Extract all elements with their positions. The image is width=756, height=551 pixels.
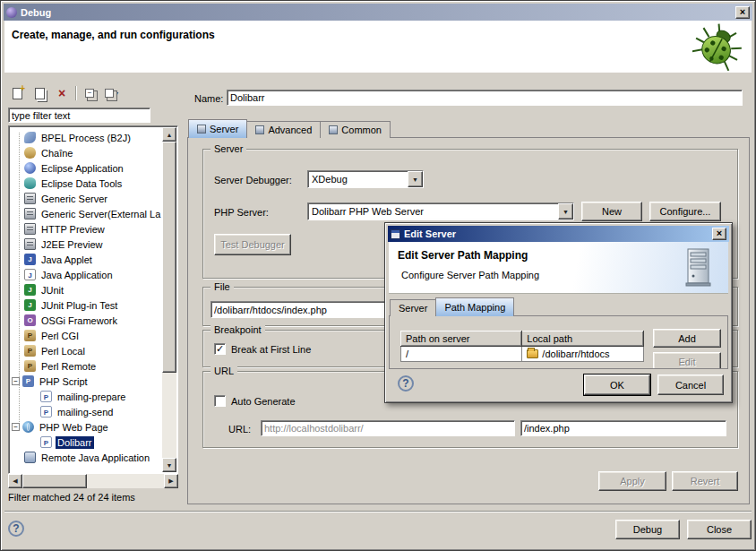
collapse-all-button[interactable]: − [81, 85, 99, 101]
horizontal-scroll-thumb[interactable] [22, 474, 87, 488]
tree-vertical-scrollbar[interactable]: ▲ ▼ [162, 127, 176, 472]
table-row[interactable]: / /dolibarr/htdocs [401, 347, 644, 362]
tree-item-generic-server-external[interactable]: Generic Server(External La [10, 206, 163, 221]
duplicate-icon [35, 88, 45, 99]
apply-button[interactable]: Apply [598, 471, 666, 491]
tree-item-eclipse-application[interactable]: Eclipse Application [10, 160, 163, 176]
new-configuration-button[interactable]: + [8, 85, 26, 101]
break-at-first-line-label: Break at First Line [231, 344, 311, 355]
column-header-path-on-server[interactable]: Path on server [401, 331, 522, 347]
php-file-icon [40, 391, 52, 402]
configurations-tree: BPEL Process (B2J) Chaîne Eclipse Applic… [8, 125, 178, 474]
name-input[interactable] [227, 90, 743, 106]
server-icon [24, 208, 36, 220]
vertical-scroll-thumb[interactable] [162, 142, 176, 373]
scroll-left-button[interactable]: ◀ [8, 474, 22, 488]
dialog-tab-server[interactable]: Server [390, 299, 436, 316]
tree-item-perl-local[interactable]: Perl Local [10, 343, 163, 358]
window-close-button[interactable]: × [735, 6, 750, 19]
tree-item-generic-server[interactable]: Generic Server [10, 191, 163, 206]
tree-item-perl-remote[interactable]: Perl Remote [10, 358, 163, 374]
tree-item-junit-plugin-test[interactable]: JUnit Plug-in Test [10, 297, 163, 313]
collapse-all-icon: − [85, 89, 94, 98]
dialog-help-button[interactable]: ? [398, 375, 414, 392]
tree-item-php-web-page[interactable]: −PHP Web Page [10, 419, 163, 435]
filter-input[interactable] [8, 108, 150, 123]
tab-common[interactable]: Common [320, 121, 391, 138]
chain-icon [24, 147, 36, 159]
auto-generate-checkbox[interactable] [214, 395, 226, 407]
osgi-icon [24, 314, 36, 326]
filter-icon [105, 89, 114, 98]
junit-plugin-icon [24, 299, 36, 311]
url-path-input[interactable] [520, 420, 726, 436]
tree-item-php-script[interactable]: −PHP Script [10, 374, 163, 389]
tree-item-dolibarr[interactable]: Dolibarr [10, 435, 163, 450]
add-button[interactable]: Add [653, 329, 721, 348]
tree-item-perl-cgi[interactable]: Perl CGI [10, 328, 163, 343]
server-debugger-label: Server Debugger: [214, 175, 292, 185]
scroll-down-button[interactable]: ▼ [162, 458, 176, 472]
edit-button[interactable]: Edit [653, 352, 721, 369]
url-label: URL: [228, 424, 251, 435]
server-icon [24, 238, 36, 250]
path-mapping-table: Path on server Local path / /dolibarr/ht… [400, 331, 644, 362]
tree-item-remote-java-application[interactable]: Remote Java Application [10, 450, 163, 465]
delete-configuration-button[interactable]: × [53, 85, 71, 101]
server-icon [24, 223, 36, 235]
dialog-close-button[interactable]: × [712, 228, 726, 240]
tree-item-java-applet[interactable]: Java Applet [10, 252, 163, 267]
tree-item-http-preview[interactable]: HTTP Preview [10, 221, 163, 237]
dialog-tab-path-mapping[interactable]: Path Mapping [435, 297, 514, 316]
help-button[interactable]: ? [8, 521, 24, 537]
tree-item-mailing-send[interactable]: mailing-send [10, 404, 163, 419]
tree-item-j2ee-preview[interactable]: J2EE Preview [10, 237, 163, 252]
php-server-combo[interactable]: Dolibarr PHP Web Server ▼ [307, 202, 574, 220]
server-debugger-combo[interactable]: XDebug ▼ [307, 170, 424, 188]
combo-dropdown-icon[interactable]: ▼ [558, 203, 573, 220]
tree-item-bpel-process[interactable]: BPEL Process (B2J) [10, 130, 163, 145]
dialog-button-bar: ? OK Cancel [389, 369, 728, 400]
server-group-label: Server [210, 143, 246, 154]
tab-advanced[interactable]: Advanced [246, 121, 321, 138]
debug-window: Debug × Create, manage, and run configur… [0, 0, 756, 551]
collapse-expander-icon[interactable]: − [12, 377, 20, 385]
new-server-button[interactable]: New [581, 202, 642, 221]
window-title: Debug [21, 7, 732, 18]
scroll-right-button[interactable]: ▶ [164, 474, 178, 488]
scroll-up-button[interactable]: ▲ [162, 127, 176, 142]
tree-item-java-application[interactable]: Java Application [10, 267, 163, 282]
window-titlebar[interactable]: Debug × [4, 4, 752, 21]
tree-item-junit[interactable]: JUnit [10, 282, 163, 297]
php-file-icon [40, 406, 52, 418]
combo-dropdown-icon[interactable]: ▼ [408, 171, 423, 187]
url-base-input[interactable] [261, 420, 515, 436]
break-at-first-line-checkbox[interactable]: ✓ [214, 343, 226, 355]
cancel-button[interactable]: Cancel [657, 375, 724, 395]
dialog-title: Edit Server [404, 228, 709, 239]
toolbar-separator [75, 86, 76, 100]
delete-icon: × [58, 87, 65, 99]
break-at-first-line-row: ✓ Break at First Line [214, 343, 311, 355]
close-button[interactable]: Close [687, 520, 752, 539]
local-path-cell[interactable]: /dolibarr/htdocs [522, 347, 644, 362]
tree-item-eclipse-data-tools[interactable]: Eclipse Data Tools [10, 176, 163, 191]
perl-icon [24, 360, 36, 372]
auto-generate-label: Auto Generate [231, 396, 296, 407]
dialog-titlebar[interactable]: Edit Server × [388, 226, 729, 242]
tree-item-chaine[interactable]: Chaîne [10, 145, 163, 160]
tree-item-mailing-prepare[interactable]: mailing-prepare [10, 389, 163, 404]
debug-button[interactable]: Debug [615, 520, 680, 539]
ok-button[interactable]: OK [584, 375, 650, 395]
path-on-server-cell[interactable]: / [401, 347, 522, 362]
column-header-local-path[interactable]: Local path [522, 331, 644, 347]
configure-button[interactable]: Configure... [649, 202, 721, 221]
test-debugger-button[interactable]: Test Debugger [214, 234, 291, 255]
tree-item-osgi-framework[interactable]: OSGi Framework [10, 313, 163, 328]
tab-server[interactable]: Server [188, 119, 247, 138]
tree-horizontal-scrollbar[interactable]: ◀ ▶ [8, 474, 178, 488]
filter-options-button[interactable]: ▼ [103, 85, 121, 101]
revert-button[interactable]: Revert [672, 471, 738, 491]
collapse-expander-icon[interactable]: − [12, 423, 20, 431]
duplicate-configuration-button[interactable] [30, 85, 48, 101]
